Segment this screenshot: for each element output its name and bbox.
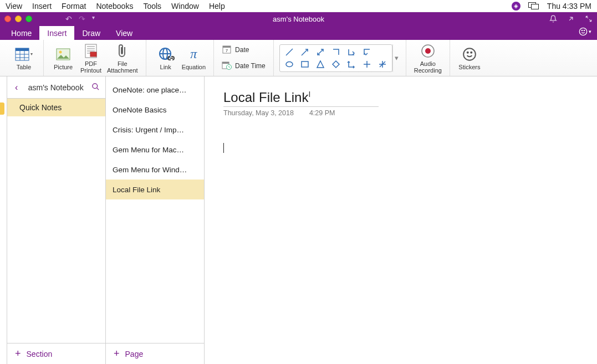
date-time-button[interactable]: Date Time [220,60,268,73]
mac-menu-help[interactable]: Help [209,2,225,11]
arrow-shape-icon[interactable] [300,47,310,57]
close-window-button[interactable] [4,16,11,22]
svg-rect-18 [90,52,96,57]
search-icon[interactable] [91,83,100,93]
tab-draw[interactable]: Draw [74,26,108,40]
table-button[interactable]: ▾ Table [10,45,38,71]
mac-menu-window[interactable]: Window [171,2,199,11]
ribbon-tabs: HomeInsertDrawView ▾ [0,25,597,40]
gem-icon[interactable]: ◈ [512,2,521,11]
note-title[interactable]: Local File LinkI [223,90,379,107]
svg-point-41 [467,52,468,53]
notebook-title[interactable]: asm's Notebook [20,83,91,92]
mac-menu-tools[interactable]: Tools [143,2,161,11]
svg-point-40 [463,48,476,60]
page-item[interactable]: Local File Link [106,180,204,199]
link-button[interactable]: Link [152,45,180,71]
svg-rect-23 [223,46,231,48]
equation-button[interactable]: π Equation [180,45,208,71]
notifications-icon[interactable] [549,15,557,23]
share-icon[interactable] [567,15,575,23]
note-canvas[interactable]: Local File LinkI Thursday, May 3, 2018 4… [205,76,597,364]
shapes-expand-button[interactable]: ▾ [392,44,400,72]
back-chevron-icon[interactable]: ‹ [13,83,20,93]
fullscreen-icon[interactable] [585,15,593,23]
minimize-window-button[interactable] [15,16,22,22]
svg-rect-32 [302,61,308,67]
pages-column: OneNote: one place…OneNote BasicsCrisis:… [106,76,205,364]
note-time: 4:29 PM [309,109,335,117]
redo-button[interactable]: ↷ [79,14,85,23]
plus-icon: + [114,348,120,360]
svg-point-31 [286,61,293,66]
double-arrow-icon[interactable] [315,47,325,57]
titlebar: ↶ ↷ ▾ asm's Notebook [0,12,597,25]
elbow2-icon[interactable] [346,47,356,57]
file-attachment-button[interactable]: File Attachment [105,42,140,75]
add-page-button[interactable]: + Page [106,343,204,364]
page-item[interactable]: OneNote Basics [106,100,204,120]
menubar-clock: Thu 4:33 PM [547,2,591,11]
mac-menu-insert[interactable]: Insert [32,2,52,11]
elbow1-icon[interactable] [331,47,341,57]
page-item[interactable]: Gem Menu for Mac… [106,140,204,160]
svg-point-39 [425,48,431,54]
svg-line-28 [286,49,293,55]
axes2d-icon[interactable] [346,59,356,69]
note-date: Thursday, May 3, 2018 [223,109,294,117]
quick-access-toolbar: ↶ ↷ ▾ [65,14,95,23]
tab-home[interactable]: Home [3,26,39,40]
diamond-shape-icon[interactable] [331,59,341,69]
rect-shape-icon[interactable] [300,59,310,69]
section-item[interactable]: Quick Notes [7,99,105,116]
axes-cross-icon[interactable] [362,59,372,69]
line-shape-icon[interactable] [284,47,294,57]
svg-rect-26 [222,62,229,64]
undo-button[interactable]: ↶ [65,14,72,23]
tab-view[interactable]: View [108,26,140,40]
section-color-tab [0,102,4,115]
svg-rect-6 [16,48,29,51]
plus-icon: + [15,348,21,360]
mac-menu-format[interactable]: Format [62,2,86,11]
qat-customize-button[interactable]: ▾ [92,14,95,23]
pdf-printout-button[interactable]: PDF Printout [77,42,105,75]
svg-point-3 [581,30,582,30]
stickers-button[interactable]: Stickers [456,45,483,71]
notebook-strip[interactable] [0,76,7,364]
mac-menu-notebooks[interactable]: Notebooks [96,2,133,11]
text-cursor-icon: I [308,90,310,99]
svg-line-29 [302,49,308,55]
elbow3-icon[interactable] [362,47,372,57]
window-controls [4,16,32,22]
axes3d-icon[interactable] [377,59,387,69]
display-icon[interactable] [528,2,539,10]
svg-rect-1 [531,4,538,9]
body-cursor [223,143,224,153]
triangle-shape-icon[interactable] [315,59,325,69]
svg-point-12 [59,50,62,53]
svg-point-43 [93,83,98,88]
page-item[interactable]: OneNote: one place… [106,80,204,100]
ellipse-shape-icon[interactable] [284,59,294,69]
add-section-button[interactable]: + Section [7,343,105,364]
svg-text:7: 7 [226,48,228,53]
mac-menubar: ViewInsertFormatNotebooksToolsWindowHelp… [0,0,597,12]
sections-column: ‹ asm's Notebook Quick Notes + Section [7,76,106,364]
svg-line-30 [318,49,323,55]
feedback-button[interactable]: ▾ [579,27,591,36]
audio-recording-button[interactable]: Audio Recording [412,42,444,75]
ribbon: ▾ Table Picture PDF Printout File Attach… [0,40,597,76]
page-item[interactable]: Gem Menu for Wind… [106,160,204,180]
svg-point-42 [471,52,472,53]
page-item[interactable]: Crisis: Urgent / Imp… [106,120,204,140]
zoom-window-button[interactable] [25,16,32,22]
svg-line-44 [96,88,99,90]
svg-point-2 [579,28,586,35]
picture-button[interactable]: Picture [49,45,77,71]
shapes-gallery[interactable] [279,44,392,72]
mac-menu-view[interactable]: View [6,2,22,11]
svg-point-4 [584,30,584,30]
tab-insert[interactable]: Insert [39,26,74,40]
date-button[interactable]: 7 Date [220,44,268,57]
